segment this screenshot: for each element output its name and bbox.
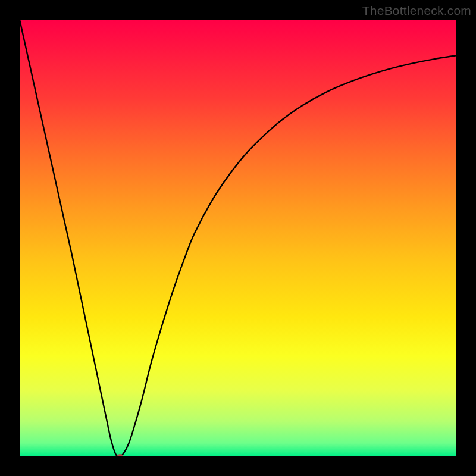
- chart-svg: [20, 20, 456, 456]
- chart-frame: TheBottleneck.com: [0, 0, 476, 476]
- gradient-background: [20, 20, 456, 456]
- watermark-text: TheBottleneck.com: [362, 4, 471, 18]
- plot-area: [20, 20, 456, 456]
